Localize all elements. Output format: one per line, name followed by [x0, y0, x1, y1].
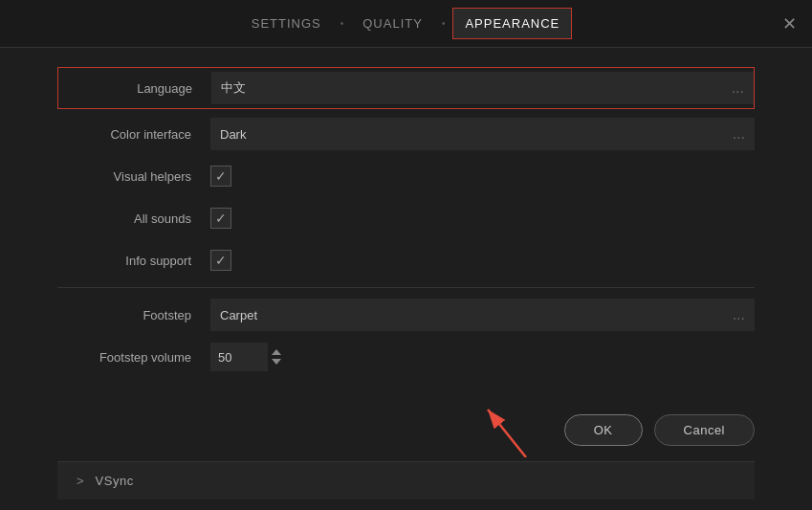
- visual-helpers-checkbox[interactable]: ✓: [210, 166, 231, 187]
- vsync-expand-icon: >: [77, 474, 84, 488]
- spinner-up-icon[interactable]: [272, 349, 281, 355]
- settings-dialog: SETTINGS • QUALITY • APPEARANCE ✕ Langua…: [0, 0, 812, 510]
- language-value: 中文: [221, 79, 246, 97]
- color-interface-dropdown[interactable]: Dark ...: [210, 118, 755, 150]
- footstep-dots: ...: [733, 306, 745, 323]
- all-sounds-checkbox[interactable]: ✓: [210, 208, 231, 229]
- language-control: 中文 ...: [211, 72, 754, 104]
- color-interface-value: Dark: [220, 127, 246, 142]
- tab-settings[interactable]: SETTINGS: [240, 9, 333, 38]
- language-label: Language: [58, 81, 211, 96]
- all-sounds-label: All sounds: [57, 211, 210, 226]
- info-support-checkbox[interactable]: ✓: [210, 250, 231, 271]
- color-interface-dots: ...: [733, 125, 745, 143]
- footstep-volume-control: [210, 343, 755, 371]
- footstep-volume-row: Footstep volume: [57, 338, 755, 376]
- spinner-down-icon[interactable]: [272, 359, 281, 365]
- tab-quality[interactable]: QUALITY: [351, 9, 434, 38]
- vsync-label: VSync: [96, 474, 134, 488]
- tab-appearance[interactable]: APPEARANCE: [452, 8, 572, 39]
- cancel-button[interactable]: Cancel: [654, 414, 755, 446]
- footstep-volume-spinner: [210, 343, 281, 371]
- color-interface-label: Color interface: [57, 127, 210, 142]
- footstep-control: Carpet ...: [210, 299, 755, 331]
- header-tabs: SETTINGS • QUALITY • APPEARANCE ✕: [0, 0, 812, 48]
- dot-1: •: [340, 18, 344, 29]
- all-sounds-row: All sounds ✓: [57, 199, 755, 237]
- info-support-control: ✓: [210, 250, 755, 271]
- language-dropdown[interactable]: 中文 ...: [211, 72, 754, 104]
- color-interface-control: Dark ...: [210, 118, 755, 150]
- spinner-arrows[interactable]: [272, 347, 281, 366]
- visual-helpers-row: Visual helpers ✓: [57, 157, 755, 195]
- visual-helpers-label: Visual helpers: [57, 169, 210, 184]
- buttons-area: OK Cancel: [0, 399, 812, 461]
- language-row-wrapper: Language 中文 ...: [57, 67, 755, 109]
- footstep-volume-input[interactable]: [210, 343, 268, 371]
- ok-button[interactable]: OK: [564, 414, 643, 446]
- dot-2: •: [442, 18, 446, 29]
- all-sounds-checkmark: ✓: [215, 211, 227, 226]
- vsync-row[interactable]: > VSync: [57, 461, 755, 499]
- info-support-row: Info support ✓: [57, 241, 755, 279]
- language-dots: ...: [732, 79, 744, 97]
- all-sounds-control: ✓: [210, 208, 755, 229]
- close-button[interactable]: ✕: [782, 15, 797, 33]
- visual-helpers-checkmark: ✓: [215, 168, 227, 184]
- settings-content: Language 中文 ... Color interface Dark ...…: [0, 48, 812, 399]
- footstep-volume-label: Footstep volume: [57, 350, 210, 365]
- visual-helpers-control: ✓: [210, 166, 755, 187]
- color-interface-row: Color interface Dark ...: [57, 115, 755, 153]
- footstep-row: Footstep Carpet ...: [57, 296, 755, 334]
- footstep-label: Footstep: [57, 308, 210, 322]
- info-support-checkmark: ✓: [215, 253, 227, 268]
- info-support-label: Info support: [57, 254, 210, 268]
- footstep-value: Carpet: [220, 308, 257, 322]
- section-divider: [57, 287, 755, 288]
- footstep-dropdown[interactable]: Carpet ...: [210, 299, 755, 331]
